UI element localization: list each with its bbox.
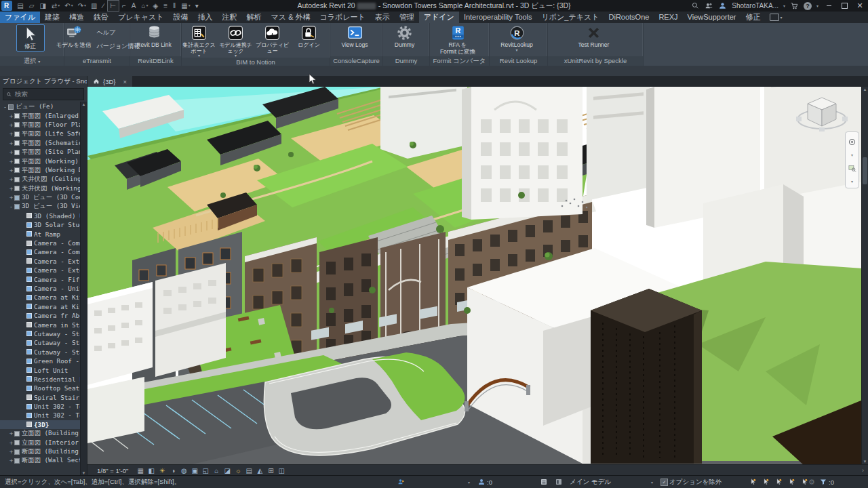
user-name[interactable]: ShotaroTAKA... (732, 2, 778, 9)
drag-elements-on-selection-icon[interactable] (800, 478, 808, 486)
tree-expander[interactable]: + (8, 194, 14, 201)
reveal-hidden-elements-icon[interactable]: ☼ (233, 467, 243, 474)
close-button[interactable]: ✕ (854, 1, 865, 11)
search-icon[interactable] (691, 1, 700, 10)
tree-scrollbar[interactable]: ▲▼ (80, 102, 87, 476)
select-underlay-elements-icon[interactable] (762, 478, 770, 486)
cart-icon[interactable] (790, 1, 799, 10)
ribbon-button[interactable]: 集計表エクスポート ▾ (181, 24, 217, 58)
tree-expander[interactable]: + (8, 457, 14, 464)
ribbon-tab[interactable]: 表示 (370, 12, 395, 23)
redo-icon[interactable]: ↷▾ (76, 1, 88, 11)
ribbon-tab[interactable]: コラボレート (315, 12, 370, 23)
aligned-dimension-icon[interactable]: ⊢ (107, 0, 119, 12)
ribbon-panel-label[interactable]: Dummy (383, 56, 429, 66)
ribbon-tab[interactable]: 設備 (169, 12, 193, 23)
scroll-up-icon[interactable]: ▲ (82, 102, 86, 106)
tree-item[interactable]: Loft Unit (0, 365, 81, 374)
visual-style-icon[interactable]: ◧ (146, 467, 157, 474)
3d-scene[interactable] (87, 87, 863, 464)
tree-item[interactable]: + 3D ビュー (3D Coordination) (0, 193, 81, 202)
tree-item[interactable]: Cutaway - Stair 3 (0, 348, 81, 357)
tree-expander[interactable]: + (8, 448, 14, 455)
modify-options-icon[interactable]: ▾ (766, 12, 787, 23)
drawing-canvas[interactable]: ▾ ▾ ▲ ▼ (87, 87, 868, 464)
tree-item[interactable]: + 立面図 (Building Elevation) (0, 429, 81, 438)
ribbon-tab[interactable]: リボン_テキスト (537, 12, 604, 23)
save-icon[interactable]: ◨ (37, 1, 48, 11)
measure-icon[interactable]: ∕ (101, 1, 107, 11)
ribbon-tab[interactable]: アドイン (419, 12, 459, 23)
worksharing-status-icon[interactable] (397, 476, 406, 488)
ribbon-button[interactable]: 修正 (16, 24, 45, 52)
tree-item[interactable]: Cutaway - Stair 2 (0, 338, 81, 347)
tree-item[interactable]: + 天井伏図 (Ceiling Plan) (0, 175, 81, 184)
canvas-vertical-scrollbar[interactable]: ▲ ▼ (861, 87, 868, 464)
tree-item[interactable]: + 断面図 (Building Section) (0, 447, 81, 456)
tree-item[interactable]: + 平面図 (Site Plan) (0, 148, 81, 157)
worksharing-display-icon[interactable]: ◫ (276, 467, 287, 474)
tree-expander[interactable]: + (8, 130, 14, 138)
scrollbar-thumb[interactable] (863, 157, 867, 184)
tree-item[interactable]: + 平面図 (Schematic Plan) (0, 139, 81, 148)
ribbon-tab[interactable]: マス & 外構 (267, 12, 315, 23)
tree-expander[interactable]: - (2, 103, 8, 110)
tree-item[interactable]: + 平面図 (Enlarged Plan) (0, 111, 81, 120)
temporary-hide-isolate-icon[interactable]: ◪ (222, 467, 233, 474)
tree-item[interactable]: Unit 302 - Towards (0, 402, 81, 411)
tree-expander[interactable]: + (8, 176, 14, 183)
tree-item[interactable]: Residential Lobby (0, 375, 81, 384)
scroll-down-icon[interactable]: ▼ (862, 460, 868, 464)
tree-item[interactable]: Camera - Fifth Floor (0, 274, 81, 283)
ribbon-button[interactable]: ログイン (291, 24, 327, 58)
tree-item[interactable]: Camera - Commercial Entry (0, 239, 81, 247)
tag-icon[interactable]: ⌐ (120, 1, 129, 11)
revit-app-icon[interactable]: R (1, 1, 12, 11)
text-icon[interactable]: A (130, 1, 139, 11)
switch-windows-icon[interactable]: ▦▾ (179, 1, 192, 11)
ribbon-button[interactable]: View Logs (334, 24, 376, 49)
ribbon-tab[interactable]: 管理 (395, 12, 419, 23)
tree-item[interactable]: Camera - Exterior (0, 266, 81, 274)
view-cube[interactable] (793, 92, 850, 140)
ribbon-button[interactable]: モデルを送信 (53, 24, 95, 49)
worksets-dialog-icon[interactable] (540, 476, 548, 488)
steering-wheel-icon[interactable] (848, 138, 856, 146)
render-icon[interactable]: ◍ (178, 467, 189, 474)
section-icon[interactable]: ◈ (151, 1, 161, 11)
ribbon-tab[interactable]: 挿入 (193, 12, 218, 23)
ribbon-button[interactable]: プロパティビュー (254, 24, 290, 58)
wheel-caret-icon[interactable]: ▾ (851, 154, 853, 157)
tree-item[interactable]: - ビュー (Fe) (0, 102, 81, 111)
ribbon-panel-label[interactable]: xUnitRevit by Speckle (548, 56, 643, 66)
temporary-view-properties-icon[interactable]: ▤ (243, 467, 254, 474)
ribbon-tab[interactable]: 注釈 (218, 12, 242, 23)
ribbon-panel-label[interactable]: 選択 ▾ (0, 56, 64, 66)
scale-button[interactable]: 1/8" = 1'-0" (92, 467, 132, 474)
search-input[interactable]: 検索 (3, 88, 84, 100)
sun-path-icon[interactable]: ☀ (157, 467, 167, 474)
tree-expander[interactable]: + (8, 185, 14, 192)
tree-item[interactable]: Unit 302 - Towards (0, 411, 81, 420)
tree-item[interactable]: At Ramp (0, 229, 81, 238)
select-pinned-elements-icon[interactable] (774, 478, 783, 486)
reveal-constraints-icon[interactable]: ⊞ (265, 467, 276, 474)
customize-qat-icon[interactable]: ▾ (193, 1, 201, 11)
ribbon-tab[interactable]: DiRootsOne (604, 12, 654, 23)
ribbon-button[interactable]: RFA を Formit に変換 (437, 24, 479, 56)
restore-button[interactable] (839, 1, 850, 11)
exclude-options-checkbox[interactable]: ✓オプションを除外 (660, 476, 722, 488)
view-tab-3d[interactable]: {3D} × (87, 76, 132, 87)
tree-expander[interactable]: + (8, 140, 14, 147)
design-options-dialog-icon[interactable] (555, 476, 563, 488)
people-icon[interactable] (705, 1, 713, 10)
tree-item[interactable]: Camera - Commercial Entry (0, 247, 81, 256)
tree-expander[interactable]: + (8, 148, 14, 156)
design-option-caret-icon[interactable]: ▾ (651, 476, 653, 488)
tree-expander[interactable]: + (8, 167, 14, 174)
tree-item[interactable]: + 断面図 (Wall Section) (0, 456, 81, 465)
tree-item[interactable]: Camera - Exterior (0, 257, 81, 266)
ribbon-panel-label[interactable]: Revit Lookup (490, 56, 547, 66)
editable-only-toggle[interactable]: :0 (477, 476, 492, 488)
worksets-caret-icon[interactable]: ▾ (468, 476, 470, 488)
